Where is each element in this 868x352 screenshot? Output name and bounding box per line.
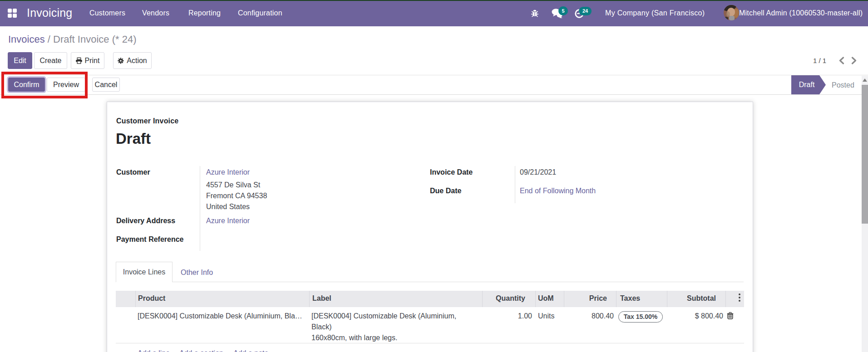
- svg-text:Draft: Draft: [799, 81, 815, 88]
